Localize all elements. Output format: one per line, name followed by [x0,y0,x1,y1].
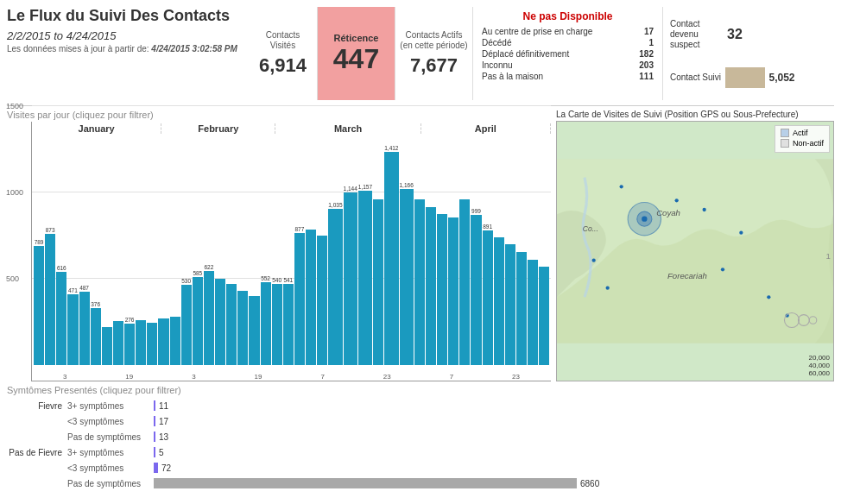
bar [124,324,135,365]
page-title: Le Flux du Suivi Des Contacts [7,7,240,26]
symptom-row[interactable]: <3 symptômes 72 [7,461,834,475]
bar [181,285,192,365]
symptom-category: Fievre [7,401,67,411]
symptom-bar-wrap: 11 [154,400,834,411]
bar [102,327,112,365]
bar-item[interactable]: 376 [91,139,101,365]
bar-item[interactable] [215,139,225,365]
ne-pas-table: Au centre de prise en charge17Décédé1Dép… [480,26,655,82]
svg-point-3 [642,216,647,221]
svg-text:Coyah: Coyah [656,208,680,217]
bar-item[interactable] [426,139,436,365]
bar-item[interactable]: 585 [193,139,203,365]
x-axis-label: 3 [63,373,66,381]
symptom-bar-wrap: 13 [154,432,834,442]
chart-title: Visites par jour (cliquez pour filtrer) [7,110,551,120]
bar-label: 471 [68,287,78,293]
bar [373,199,383,365]
bar-item[interactable]: 873 [45,139,55,365]
symptom-value: 72 [161,463,171,473]
bar-item[interactable]: 1,144 [344,139,357,365]
bar-item[interactable]: 276 [124,139,135,365]
bar-item[interactable] [317,139,327,365]
bar-item[interactable]: 1,166 [400,139,414,365]
symptom-row[interactable]: Pas de symptômes 6860 [7,476,834,490]
x-axis: 319319723723 [32,373,551,381]
chart-section[interactable]: Visites par jour (cliquez pour filtrer) … [7,110,551,381]
map-area[interactable]: Coyah Co... Forecariah 1 [556,121,834,381]
symptom-row[interactable]: Pas de Fievre 3+ symptômes 5 [7,445,834,459]
bar-item[interactable]: 552 [261,139,271,365]
bar [283,284,294,365]
bar-item[interactable] [249,139,259,365]
bar-item[interactable]: 1,412 [384,139,398,365]
bar-item[interactable]: 616 [56,139,66,365]
month-february: February [161,123,275,134]
legend-non-actif-label: Non-actif [793,139,824,148]
bar-item[interactable] [306,139,316,365]
symptom-bar [154,447,155,457]
contacts-actifs-value: 7,677 [410,54,458,77]
contacts-visites-box[interactable]: Contacts Visités 6,914 [249,7,318,100]
bar-item[interactable] [528,139,538,365]
symptom-subcategory: <3 symptômes [67,463,154,473]
bar-item[interactable] [113,139,123,365]
bar-item[interactable]: 1,157 [358,139,372,365]
bar-item[interactable]: 891 [483,139,493,365]
devenu-suspect-value: 32 [727,27,743,42]
bar-item[interactable] [136,139,146,365]
symptom-category: Pas de Fievre [7,448,67,457]
contacts-actifs-box[interactable]: Contacts Actifs (en cette période) 7,677 [395,7,473,100]
svg-point-8 [675,198,679,202]
bar-item[interactable] [448,139,458,365]
reticence-box[interactable]: Réticence 447 [318,7,395,100]
bar-item[interactable] [102,139,112,365]
bar-label: 487 [79,285,89,291]
symptom-value: 6860 [580,479,599,488]
bar-item[interactable]: 530 [181,139,192,365]
symptom-row[interactable]: Fievre 3+ symptômes 11 [7,399,834,413]
symptom-subcategory: 3+ symptômes [67,401,154,411]
contacts-visites-value: 6,914 [259,54,307,77]
bar-item[interactable] [516,139,527,365]
bar-item[interactable] [147,139,157,365]
symptoms-grid[interactable]: Fievre 3+ symptômes 11 <3 symptômes 17 P… [7,399,834,490]
bar-label: 789 [35,239,44,245]
bar-item[interactable]: 999 [471,139,481,365]
bar-item[interactable] [494,139,504,365]
dashboard: Le Flux du Suivi Des Contacts 2/2/2015 t… [0,0,841,504]
bar-item[interactable]: 471 [67,139,78,365]
bar-item[interactable]: 877 [294,139,305,365]
bar-item[interactable] [505,139,515,365]
bar-item[interactable] [437,139,447,365]
bar-item[interactable] [170,139,180,365]
chart-area[interactable]: 500 1000 1500 January February March Apr… [31,122,551,381]
bar-item[interactable]: 487 [79,139,90,365]
bar-label: 530 [181,278,191,284]
bar-item[interactable] [459,139,470,365]
symptom-row[interactable]: Pas de symptômes 13 [7,430,834,444]
bar [516,252,527,365]
bar-label: 1,035 [328,202,342,208]
bar-item[interactable] [158,139,168,365]
bar-label: 585 [193,270,202,276]
bar-item[interactable] [226,139,237,365]
month-april: April [421,123,551,134]
bar-label: 541 [283,277,293,283]
bar [237,291,248,365]
bar-item[interactable]: 541 [283,139,294,365]
bar [56,272,66,365]
bar-item[interactable] [414,139,425,365]
bar-item[interactable] [237,139,248,365]
bar [448,217,458,365]
bar [471,215,481,365]
bar-item[interactable] [373,139,383,365]
bar-item[interactable] [539,139,549,365]
bar [45,234,55,365]
bar-item[interactable]: 622 [204,139,214,365]
bar-item[interactable]: 789 [34,139,44,365]
bar-item[interactable]: 1,035 [328,139,342,365]
ne-pas-section: Ne pas Disponible Au centre de prise en … [473,7,663,100]
symptom-row[interactable]: <3 symptômes 17 [7,414,834,428]
bar-item[interactable]: 540 [272,139,282,365]
